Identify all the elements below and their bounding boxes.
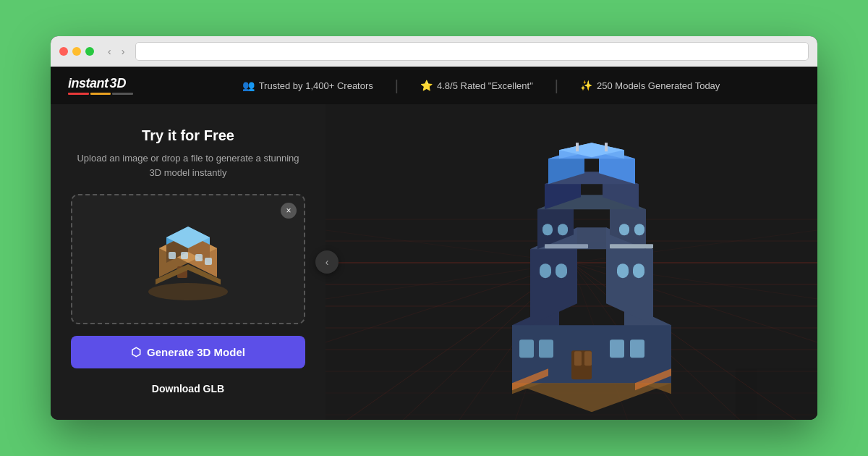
- svg-rect-69: [633, 263, 644, 278]
- svg-rect-71: [558, 224, 568, 235]
- svg-rect-70: [542, 224, 553, 235]
- svg-rect-79: [545, 244, 588, 248]
- stat-creators-text: Trusted by 1,400+ Creators: [259, 80, 373, 91]
- generate-button[interactable]: ⬡ Generate 3D Model: [71, 336, 305, 368]
- panel-subtitle: Upload an image or drop a file to genera…: [71, 151, 305, 180]
- 3d-viewport[interactable]: [326, 104, 817, 420]
- svg-rect-11: [195, 254, 203, 261]
- svg-rect-81: [576, 143, 579, 151]
- collapse-panel-button[interactable]: ‹: [315, 250, 339, 274]
- 3d-building-svg: [490, 137, 693, 412]
- svg-rect-62: [519, 339, 534, 358]
- logo: instant 3D: [68, 76, 133, 95]
- sparkle-icon: ✨: [580, 80, 592, 91]
- browser-window: ‹ › instant 3D 👥 Trus: [51, 36, 817, 420]
- upload-close-button[interactable]: ×: [281, 203, 297, 219]
- generate-button-label: Generate 3D Model: [147, 346, 245, 358]
- maximize-traffic-light[interactable]: [85, 47, 94, 56]
- svg-rect-80: [610, 244, 653, 248]
- stat-models: ✨ 250 Models Generated Today: [558, 80, 741, 91]
- back-button[interactable]: ‹: [104, 44, 115, 59]
- svg-rect-82: [605, 143, 608, 151]
- forward-button[interactable]: ›: [118, 44, 129, 59]
- logo-stripe-orange: [90, 93, 111, 95]
- browser-chrome: ‹ ›: [51, 36, 817, 67]
- left-panel: Try it for Free Upload an image or drop …: [51, 104, 326, 420]
- svg-rect-10: [181, 252, 188, 259]
- app-content: instant 3D 👥 Trusted by 1,400+ Creators …: [51, 67, 817, 420]
- stat-rating-text: 4.8/5 Rated "Excellent": [437, 80, 533, 91]
- svg-rect-76: [584, 351, 592, 366]
- stat-rating: ⭐ 4.8/5 Rated "Excellent": [399, 80, 555, 91]
- creators-icon: 👥: [242, 80, 255, 91]
- download-button[interactable]: Download GLB: [71, 376, 305, 402]
- nav-stats: 👥 Trusted by 1,400+ Creators | ⭐ 4.8/5 R…: [162, 78, 800, 93]
- svg-rect-64: [610, 339, 624, 358]
- minimize-traffic-light[interactable]: [72, 47, 81, 56]
- traffic-lights: [59, 47, 94, 56]
- generate-icon: ⬡: [131, 345, 141, 359]
- svg-rect-9: [169, 252, 176, 259]
- preview-building-svg: [141, 212, 235, 306]
- svg-rect-73: [634, 224, 644, 235]
- logo-stripe-gray: [112, 93, 133, 95]
- top-nav: instant 3D 👥 Trusted by 1,400+ Creators …: [51, 67, 817, 104]
- main-area: Try it for Free Upload an image or drop …: [51, 104, 817, 420]
- upload-area[interactable]: ×: [71, 194, 305, 324]
- nav-buttons: ‹ ›: [104, 44, 128, 59]
- 3d-model-container: [490, 137, 693, 415]
- svg-rect-75: [574, 351, 582, 366]
- logo-3d-text: 3D: [110, 76, 127, 91]
- logo-stripe-red: [68, 93, 89, 95]
- svg-rect-68: [617, 263, 629, 278]
- stat-models-text: 250 Models Generated Today: [597, 80, 720, 91]
- svg-rect-63: [539, 339, 553, 358]
- svg-rect-65: [630, 339, 644, 358]
- logo-brand-text: instant: [68, 76, 109, 91]
- close-traffic-light[interactable]: [59, 47, 68, 56]
- panel-title: Try it for Free: [142, 127, 234, 144]
- svg-rect-66: [540, 263, 551, 278]
- svg-rect-12: [205, 258, 212, 265]
- building-preview: [141, 212, 235, 306]
- stat-creators: 👥 Trusted by 1,400+ Creators: [221, 80, 395, 91]
- svg-rect-67: [556, 263, 567, 278]
- svg-point-0: [148, 283, 228, 300]
- logo-underline: [68, 93, 133, 95]
- svg-rect-72: [619, 224, 629, 235]
- address-bar[interactable]: [135, 42, 809, 61]
- star-icon: ⭐: [420, 80, 433, 91]
